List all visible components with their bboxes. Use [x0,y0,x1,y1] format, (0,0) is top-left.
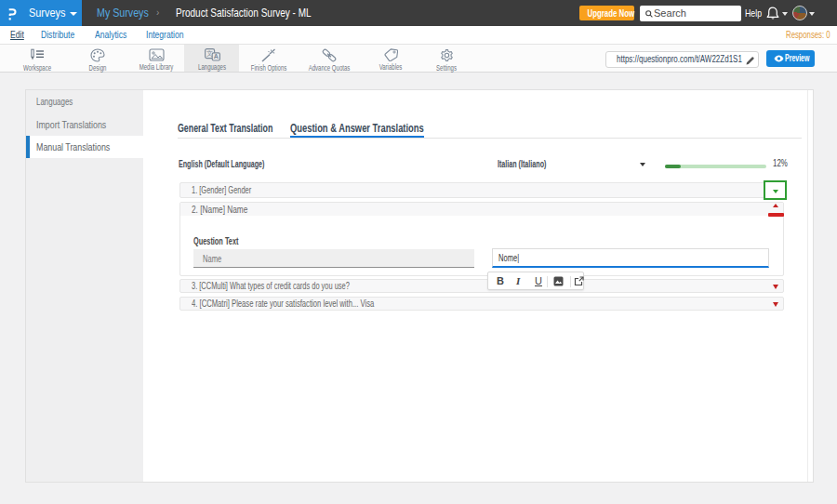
svg-text:A: A [213,53,218,60]
